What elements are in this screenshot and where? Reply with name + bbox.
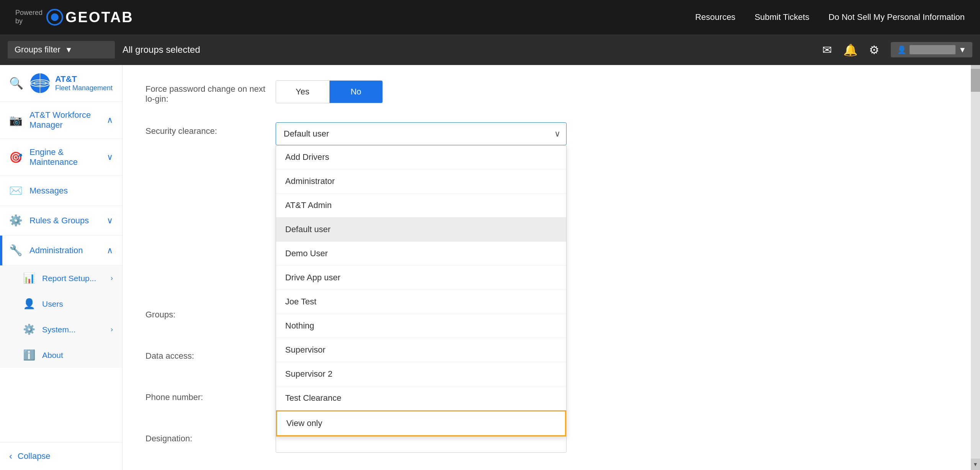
dropdown-item-supervisor2[interactable]: Supervisor 2: [276, 362, 566, 386]
powered-by-text: Poweredby: [15, 9, 42, 25]
collapse-button[interactable]: ‹ Collapse: [0, 442, 122, 470]
sidebar-subitem-users[interactable]: 👤 Users: [0, 291, 122, 317]
no-button[interactable]: No: [330, 81, 383, 103]
resources-link[interactable]: Resources: [695, 12, 735, 22]
yes-no-toggle: Yes No: [276, 80, 383, 103]
top-nav-links: Resources Submit Tickets Do Not Sell My …: [695, 12, 965, 22]
settings-icon-button[interactable]: ⚙: [869, 43, 879, 57]
mail-icon-button[interactable]: ✉: [822, 43, 832, 57]
dropdown-item-supervisor[interactable]: Supervisor: [276, 338, 566, 362]
sidebar-item-administration-wrapper: 🔧 Administration ∧: [0, 236, 122, 265]
dropdown-item-view-only[interactable]: View only: [276, 410, 566, 436]
sidebar-rules-label: Rules & Groups: [29, 216, 100, 226]
collapse-label: Collapse: [18, 451, 51, 461]
groups-filter-label: Groups filter: [15, 45, 60, 55]
dropdown-item-test-clearance[interactable]: Test Clearance: [276, 386, 566, 410]
content-area: Force password change on next lo-gin: Ye…: [122, 65, 980, 470]
scroll-down-button[interactable]: ▼: [971, 459, 980, 470]
security-dropdown-wrapper: Default user ∨: [276, 122, 567, 145]
dropdown-item-default-user[interactable]: Default user: [276, 218, 566, 242]
groups-filter-button[interactable]: Groups filter ▼: [8, 41, 115, 59]
administration-icon: 🔧: [9, 244, 23, 257]
dropdown-item-joe-test[interactable]: Joe Test: [276, 290, 566, 314]
sidebar-item-engine[interactable]: 🎯 Engine & Maintenance ∨: [0, 139, 122, 176]
sidebar-item-administration[interactable]: 🔧 Administration ∧: [2, 236, 122, 265]
form-row-security: Security clearance: Default user ∨ Add D…: [145, 122, 957, 145]
main-layout: 🔍 AT&T Fleet Management 📷 AT&T Workforce…: [0, 65, 980, 470]
page-scrollbar: ▲ ▼: [971, 65, 980, 470]
designation-label: Designation:: [145, 430, 268, 444]
security-clearance-control: Default user ∨ Add Drivers Administrator…: [276, 122, 957, 145]
do-not-sell-link[interactable]: Do Not Sell My Personal Information: [828, 12, 965, 22]
system-chevron-icon: ›: [111, 325, 113, 333]
sidebar-item-workforce[interactable]: 📷 AT&T Workforce Manager ∧: [0, 102, 122, 139]
rules-chevron-icon: ∨: [107, 216, 113, 226]
phone-number-label: Phone number:: [145, 389, 268, 402]
security-dropdown-list: Add Drivers Administrator AT&T Admin Def…: [276, 145, 567, 437]
submit-tickets-link[interactable]: Submit Tickets: [755, 12, 809, 22]
dropdown-item-add-drivers[interactable]: Add Drivers: [276, 145, 566, 169]
system-icon: ⚙️: [23, 324, 35, 335]
groups-filter-chevron-icon: ▼: [65, 46, 73, 54]
password-change-label: Force password change on next lo-gin:: [145, 80, 268, 104]
rules-icon: ⚙️: [9, 214, 23, 227]
users-icon: 👤: [23, 298, 35, 310]
sidebar-system-label: System...: [42, 325, 76, 334]
sidebar: 🔍 AT&T Fleet Management 📷 AT&T Workforce…: [0, 65, 122, 470]
data-access-label: Data access:: [145, 347, 268, 361]
sidebar-users-label: Users: [42, 299, 63, 309]
sidebar-item-rules[interactable]: ⚙️ Rules & Groups ∨: [0, 206, 122, 236]
dropdown-item-administrator[interactable]: Administrator: [276, 169, 566, 194]
password-change-control: Yes No: [276, 80, 957, 103]
sidebar-report-setup-label: Report Setup...: [42, 274, 96, 283]
user-name-text: [910, 45, 956, 54]
sidebar-subitem-system[interactable]: ⚙️ System... ›: [0, 317, 122, 342]
workforce-icon: 📷: [9, 114, 23, 127]
sidebar-header: 🔍 AT&T Fleet Management: [0, 65, 122, 102]
report-setup-icon: 📊: [23, 272, 35, 284]
groups-filter-bar: Groups filter ▼ All groups selected ✉ 🔔 …: [0, 34, 980, 65]
geotab-logo-text: GEOTAB: [65, 9, 134, 26]
att-logo-icon: [29, 73, 51, 94]
about-icon: ℹ️: [23, 349, 35, 361]
company-fleet-text: Fleet Management: [55, 84, 113, 92]
top-bar-icons: ✉ 🔔 ⚙ 👤 ▼: [822, 42, 972, 57]
logo-area: Poweredby GEOTAB: [15, 8, 134, 26]
report-setup-chevron-icon: ›: [111, 274, 113, 282]
search-icon[interactable]: 🔍: [9, 76, 23, 90]
collapse-chevron-icon: ‹: [9, 451, 12, 462]
scrollbar-thumb[interactable]: [971, 69, 980, 92]
top-navigation: Poweredby GEOTAB Resources Submit Ticket…: [0, 0, 980, 34]
dropdown-selected-value: Default user: [284, 129, 329, 139]
sidebar-workforce-label: AT&T Workforce Manager: [29, 110, 100, 130]
security-clearance-dropdown[interactable]: Default user: [276, 122, 567, 145]
sidebar-about-label: About: [42, 351, 63, 360]
company-att-text: AT&T: [55, 74, 113, 84]
groups-label: Groups:: [145, 306, 268, 320]
sidebar-engine-label: Engine & Maintenance: [29, 147, 100, 167]
sidebar-administration-label: Administration: [29, 246, 100, 255]
dropdown-item-drive-app[interactable]: Drive App user: [276, 266, 566, 290]
engine-chevron-icon: ∨: [107, 152, 113, 162]
dropdown-item-nothing[interactable]: Nothing: [276, 314, 566, 338]
geotab-gear-icon: [46, 8, 64, 26]
sidebar-messages-label: Messages: [29, 186, 113, 196]
svg-point-1: [51, 13, 59, 21]
sidebar-subitem-report-setup[interactable]: 📊 Report Setup... ›: [0, 265, 122, 291]
security-clearance-label: Security clearance:: [145, 122, 268, 136]
dropdown-item-att-admin[interactable]: AT&T Admin: [276, 194, 566, 218]
all-groups-text: All groups selected: [122, 44, 200, 55]
workforce-chevron-icon: ∧: [107, 115, 113, 125]
notifications-icon-button[interactable]: 🔔: [843, 43, 858, 57]
dropdown-item-demo-user[interactable]: Demo User: [276, 242, 566, 266]
user-chevron-icon: ▼: [959, 46, 966, 54]
company-name-area: AT&T Fleet Management: [55, 74, 113, 92]
engine-icon: 🎯: [9, 151, 23, 164]
yes-button[interactable]: Yes: [276, 81, 330, 103]
sidebar-subitem-about[interactable]: ℹ️ About: [0, 342, 122, 368]
sidebar-item-messages[interactable]: ✉️ Messages: [0, 176, 122, 206]
administration-chevron-icon: ∧: [107, 246, 113, 255]
company-logo-area: AT&T Fleet Management: [29, 73, 113, 94]
user-menu-button[interactable]: 👤 ▼: [891, 42, 972, 57]
form-row-password: Force password change on next lo-gin: Ye…: [145, 80, 957, 104]
